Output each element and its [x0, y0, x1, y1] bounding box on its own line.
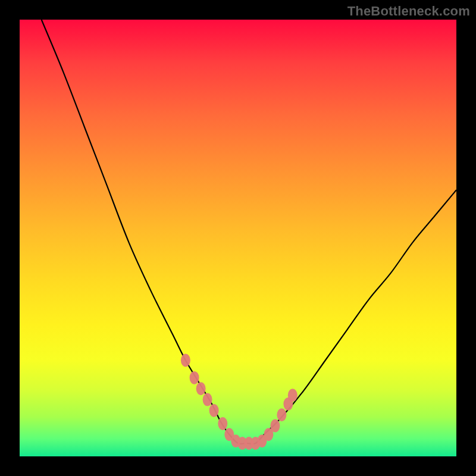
- marker-dot: [203, 393, 212, 406]
- watermark-text: TheBottleneck.com: [347, 4, 470, 19]
- marker-dot: [218, 417, 227, 430]
- marker-dot: [190, 371, 199, 384]
- marker-dot: [181, 354, 190, 367]
- marker-dot: [270, 419, 280, 433]
- bottleneck-curve: [42, 20, 456, 444]
- chart-frame: TheBottleneck.com: [0, 0, 476, 476]
- marker-dot: [209, 404, 219, 417]
- highlighted-points: [181, 354, 298, 450]
- marker-dot: [196, 382, 206, 395]
- marker-dot: [277, 408, 286, 421]
- curve-layer: [20, 20, 456, 456]
- marker-dot: [288, 389, 298, 402]
